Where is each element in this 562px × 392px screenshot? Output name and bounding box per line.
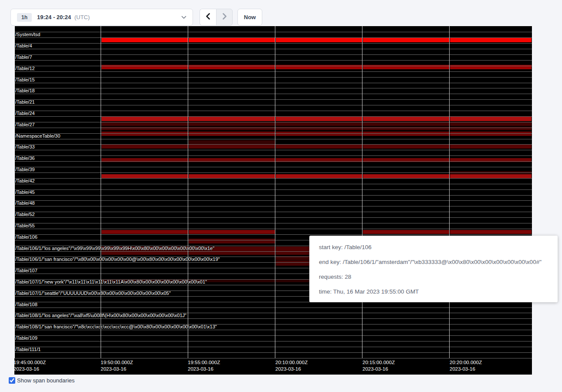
heatmap-band[interactable] [363,132,449,136]
span-boundary-line [14,189,532,190]
chevron-right-icon [222,13,227,21]
heatmap-band[interactable] [450,37,532,42]
x-axis-tick: 20:15:00.000Z2023-03-16 [362,359,395,372]
span-boundary-line [14,178,532,179]
heatmap-band[interactable] [276,132,362,136]
span-boundary-line [14,144,532,145]
span-boundary-line [14,184,532,184]
span-boundary-line [14,217,532,218]
tooltip-requests: requests: 28 [319,274,548,280]
heatmap-band[interactable] [450,230,532,234]
row-label: /NamespaceTable/30 [15,133,60,139]
heatmap-band[interactable] [276,117,362,121]
heatmap-band[interactable] [363,122,449,126]
show-span-boundaries-checkbox[interactable] [9,377,15,384]
tooltip-time: time: Thu, 16 Mar 2023 19:55:00 GMT [319,288,548,295]
heatmap-band[interactable] [363,117,449,121]
x-tick-time: 20:10:00.000Z [275,359,308,366]
span-boundary-line [14,318,532,319]
heatmap-band[interactable] [189,239,275,243]
row-label: /Table/107 [15,267,37,274]
row-label: /Table/33 [15,144,35,150]
prev-time-button[interactable] [200,9,216,26]
span-boundary-line [14,195,532,196]
row-label: /Table/45 [15,189,35,195]
row-label: /Table/21 [15,99,35,105]
row-label: /Table/18 [15,88,35,94]
span-boundary-line [14,77,532,78]
heatmap-band[interactable] [363,145,449,149]
row-label: /Table/106 [15,234,37,240]
heatmap-band[interactable] [276,122,362,126]
chart-left-edge-line [14,26,15,358]
heatmap-band[interactable] [363,230,449,234]
time-column-line [449,26,450,358]
row-label: /Table/27 [15,122,35,128]
span-boundary-line [14,37,532,38]
heatmap-band[interactable] [189,145,275,149]
heatmap-band[interactable] [189,37,275,42]
next-time-button[interactable] [216,9,233,26]
heatmap-band[interactable] [276,145,362,149]
x-tick-time: 20:15:00.000Z [362,359,395,366]
heatmap-band[interactable] [450,132,532,136]
span-boundary-line [14,88,532,88]
span-boundary-line [14,43,532,44]
row-label: /Table/108/1/"los angeles"/"\xa8\xf5\u00… [15,312,186,318]
row-label: /Table/111/1 [15,346,41,352]
span-boundary-line [14,128,532,128]
span-boundary-line [14,335,532,336]
heatmap-band[interactable] [276,37,362,42]
heatmap-band[interactable] [102,230,188,234]
heatmap-band[interactable] [102,132,188,136]
time-column-line [101,26,101,358]
span-boundary-line [14,358,532,358]
time-range-select[interactable]: 1h 19:24 - 20:24 (UTC) [10,9,193,26]
row-label: /Table/107/1/"new york"/"\x11\x11\x11\x1… [15,279,207,285]
time-range-label: 19:24 - 20:24 (UTC) [37,14,90,20]
heatmap-band[interactable] [102,122,188,126]
heatmap-band[interactable] [189,140,275,144]
heatmap-band[interactable] [102,145,188,149]
row-label: /Table/52 [15,211,35,217]
tooltip-start-key: start key: /Table/106 [319,244,548,250]
heatmap-band[interactable] [450,145,532,149]
x-tick-date: 2023-03-16 [450,366,482,372]
heatmap-band[interactable] [102,37,188,42]
heatmap-band[interactable] [189,117,275,121]
timezone-label: (UTC) [74,14,90,20]
x-tick-date: 2023-03-16 [101,366,133,372]
row-label: /Table/106/1/"los angeles"/"\x99\x99\x99… [15,245,214,251]
x-tick-time: 19:50:00.000Z [101,359,133,366]
row-label: /Table/107/1/"seattle"/"UUUUUUD\x00\x80\… [15,290,171,296]
x-axis-tick: 20:20:00.000Z2023-03-16 [450,359,482,372]
row-label: /System/tsd [15,31,40,37]
row-label: /Table/55 [15,223,35,229]
span-boundary-line [14,83,532,83]
now-button[interactable]: Now [237,9,262,26]
row-label: /Table/39 [15,166,35,172]
heatmap-band[interactable] [363,37,449,42]
time-nav-group [200,9,233,26]
x-tick-time: 19:55:00.000Z [188,359,220,366]
row-label: /Table/108/1/"san francisco"/"\x8c\xcc\x… [15,324,217,330]
heatmap-band[interactable] [102,117,188,121]
heatmap[interactable]: /System/tsd/Table/4/Table/7/Table/12/Tab… [14,26,532,375]
span-boundary-line [14,229,532,229]
chevron-down-icon [181,16,186,19]
heatmap-band[interactable] [189,230,275,234]
x-tick-time: 19:45:00.000Z [14,359,46,366]
heatmap-band[interactable] [450,122,532,126]
heatmap-band[interactable] [189,132,275,136]
heatmap-band[interactable] [450,117,532,121]
row-label: /Table/42 [15,178,35,184]
x-axis-tick: 19:50:00.000Z2023-03-16 [101,359,133,372]
footer: Show span boundaries [9,377,74,384]
x-tick-date: 2023-03-16 [14,366,46,372]
toolbar: 1h 19:24 - 20:24 (UTC) Now [0,0,562,26]
heatmap-band[interactable] [189,122,275,126]
span-boundary-line [14,116,532,117]
x-axis-tick: 20:10:00.000Z2023-03-16 [275,359,308,372]
span-boundary-line [14,49,532,49]
x-axis-tick: 19:45:00.000Z2023-03-16 [14,359,46,372]
